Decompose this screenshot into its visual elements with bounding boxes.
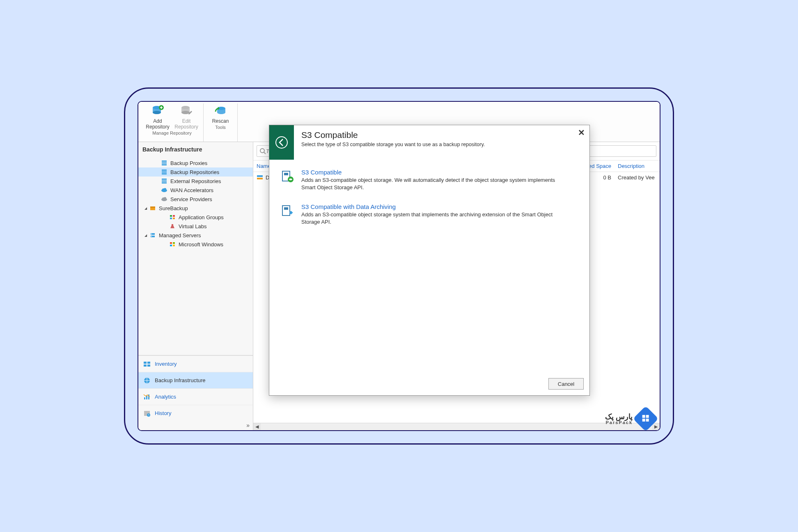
search-icon [259,148,266,154]
svg-rect-36 [147,362,150,364]
sidebar-title: Backup Infrastructure [138,142,253,157]
svg-point-30 [151,236,152,237]
svg-rect-7 [162,163,167,164]
ribbon-label: Edit Repository [174,118,198,130]
tree-item-label: SureBackup [159,205,188,211]
svg-rect-57 [642,419,645,422]
tree-surebackup[interactable]: ◢SureBackup [138,204,253,213]
tree-backup-proxies[interactable]: Backup Proxies [138,158,253,167]
ribbon-group-label: Tools [215,124,226,131]
nav-item-label: Inventory [155,361,177,367]
dialog-back-button[interactable] [269,125,294,160]
tree-service-providers[interactable]: Service Providers [138,195,253,204]
svg-point-1 [153,111,161,114]
svg-rect-53 [282,206,290,216]
close-icon: ✕ [578,128,585,137]
app-window: Add Repository Edit Repository Manage Re… [138,101,660,431]
svg-rect-22 [150,206,155,208]
cloud-grey-icon [161,196,168,202]
database-edit-icon [180,104,193,117]
svg-rect-35 [144,362,147,364]
tree-ms-windows[interactable]: Microsoft Windows [138,240,253,249]
tree-item-label: Virtual Labs [179,223,206,229]
svg-rect-38 [147,365,150,367]
svg-point-49 [276,137,287,148]
tree-managed-servers[interactable]: ◢Managed Servers [138,231,253,240]
nav-item-label: Backup Infrastructure [155,377,206,383]
sidebar-nav: InventoryBackup InfrastructureAnalyticsH… [138,355,253,421]
stack-blue-icon [161,160,168,166]
ribbon-group-label: Manage Repository [152,130,191,137]
add-repository-button[interactable]: Add Repository [143,103,172,130]
tree-external-repositories[interactable]: External Repositories [138,177,253,186]
option-description: Adds an S3-compatible object storage. We… [301,177,564,191]
svg-rect-9 [162,170,167,171]
svg-rect-12 [162,179,167,180]
tree-item-label: Service Providers [170,196,212,202]
parspack-watermark: پارس پک ParsPack [605,410,655,428]
tree-item-label: WAN Accelerators [170,187,213,193]
edit-repository-button: Edit Repository [172,103,201,130]
horizontal-scrollbar[interactable]: ◀ ▶ [253,423,660,430]
dialog-title: S3 Compatible [301,130,566,140]
svg-rect-41 [146,396,147,399]
watermark-badge-icon [633,406,658,431]
dialog-close-button[interactable]: ✕ [573,125,589,138]
svg-rect-13 [162,181,167,182]
sidebar-expand-button[interactable]: » [138,421,253,430]
svg-rect-34 [173,245,175,246]
tree-caret-icon: ◢ [143,206,148,210]
svg-rect-54 [284,207,288,210]
analytics-icon [142,393,151,401]
option-s3-archiving[interactable]: S3 Compatible with Data ArchivingAdds an… [281,203,577,225]
storage-option-icon [281,170,295,183]
svg-rect-26 [173,218,175,219]
s3-compatible-dialog: S3 Compatible Select the type of S3 comp… [269,125,590,396]
tree-item-label: Backup Proxies [170,160,207,166]
svg-point-29 [151,234,152,234]
svg-rect-10 [162,172,167,173]
tree-wan-accelerators[interactable]: WAN Accelerators [138,186,253,195]
sidebar: Backup Infrastructure Backup ProxiesBack… [138,142,253,430]
windows-icon [169,241,176,248]
svg-point-4 [181,111,190,114]
nav-analytics[interactable]: Analytics [138,388,253,405]
col-header-desc[interactable]: Description [618,163,656,169]
nav-history[interactable]: History [138,405,253,421]
dialog-subtitle: Select the type of S3 compatible storage… [301,142,566,147]
option-s3-compatible[interactable]: S3 CompatibleAdds an S3-compatible objec… [281,169,577,191]
svg-rect-58 [646,419,649,422]
svg-line-46 [264,152,266,154]
svg-rect-42 [148,394,149,399]
repository-icon [257,174,263,181]
svg-rect-51 [284,173,288,175]
tree-item-label: Managed Servers [159,232,201,238]
dialog-body: S3 CompatibleAdds an S3-compatible objec… [269,160,589,374]
tree-virtual-labs[interactable]: Virtual Labs [138,222,253,231]
server-blue-icon [149,232,156,238]
back-arrow-icon [275,135,289,149]
storage-option-icon [281,204,295,218]
sidebar-tree: Backup ProxiesBackup RepositoriesExterna… [138,157,253,355]
cancel-button[interactable]: Cancel [548,378,584,390]
tree-caret-icon: ◢ [143,234,148,237]
rescan-icon [214,104,227,117]
flask-icon [169,223,176,229]
grid-green-icon [169,214,176,220]
svg-rect-37 [144,365,147,367]
svg-rect-55 [642,415,645,418]
svg-rect-14 [162,182,167,183]
nav-inventory[interactable]: Inventory [138,355,253,372]
svg-rect-31 [170,242,172,244]
nav-item-label: History [155,410,171,416]
rescan-button[interactable]: Rescan [206,103,235,124]
nav-backup-infra[interactable]: Backup Infrastructure [138,372,253,388]
history-icon [142,409,151,417]
box-orange-icon [149,205,156,211]
svg-point-17 [164,188,166,190]
tree-backup-repositories[interactable]: Backup Repositories [138,167,253,177]
nav-item-label: Analytics [155,394,176,400]
scroll-left-icon[interactable]: ◀ [253,423,261,431]
watermark-line1: پارس پک [605,413,633,420]
tree-application-groups[interactable]: Application Groups [138,213,253,222]
